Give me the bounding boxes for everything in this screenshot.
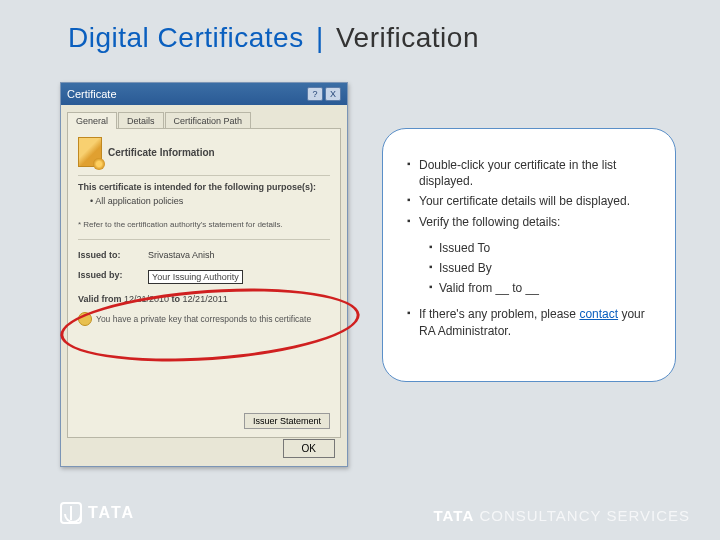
footer-right-light: CONSULTANCY bbox=[474, 507, 606, 524]
purpose-item: • All application policies bbox=[90, 196, 330, 206]
footer-left-text: TATA bbox=[88, 504, 135, 522]
title-rest: Verification bbox=[336, 22, 479, 53]
issued-by-row: Issued by: Your Issuing Authority bbox=[78, 270, 330, 284]
title-separator: | bbox=[316, 22, 324, 53]
contact-link[interactable]: contact bbox=[579, 307, 618, 321]
instruction-subitem: Issued By bbox=[429, 260, 655, 276]
instruction-subitem: Issued To bbox=[429, 240, 655, 256]
instruction-item: Verify the following details: bbox=[407, 214, 655, 230]
dialog-title: Certificate bbox=[67, 88, 117, 100]
certificate-dialog: Certificate ? X General Details Certific… bbox=[60, 82, 348, 467]
valid-label: Valid from bbox=[78, 294, 122, 304]
issued-to-label: Issued to: bbox=[78, 250, 142, 260]
footer-right-bold: TATA bbox=[434, 507, 475, 524]
cert-header: Certificate Information bbox=[78, 137, 330, 167]
valid-to-word: to bbox=[172, 294, 181, 304]
private-key-row: You have a private key that corresponds … bbox=[78, 312, 330, 326]
instruction-item: If there's any problem, please contact y… bbox=[407, 306, 655, 338]
purpose-heading: This certificate is intended for the fol… bbox=[78, 182, 330, 192]
issued-by-label: Issued by: bbox=[78, 270, 142, 284]
refer-note: * Refer to the certification authority's… bbox=[78, 220, 330, 229]
issuer-statement-button[interactable]: Issuer Statement bbox=[244, 413, 330, 429]
key-icon bbox=[78, 312, 92, 326]
slide-title: Digital Certificates | Verification bbox=[68, 22, 479, 54]
tata-mark-icon bbox=[60, 502, 82, 524]
footer-logo-right: TATA CONSULTANCY SERVICES bbox=[434, 507, 690, 524]
tab-details[interactable]: Details bbox=[118, 112, 164, 129]
certificate-icon bbox=[78, 137, 102, 167]
issued-to-value: Srivastava Anish bbox=[148, 250, 215, 260]
instruction-item: Double-click your certificate in the lis… bbox=[407, 157, 655, 189]
issued-by-value: Your Issuing Authority bbox=[148, 270, 243, 284]
valid-to: 12/21/2011 bbox=[183, 294, 228, 304]
instruction-callout: Double-click your certificate in the lis… bbox=[382, 128, 676, 382]
dialog-titlebar: Certificate ? X bbox=[61, 83, 347, 105]
divider bbox=[78, 175, 330, 176]
valid-from: 12/21/2010 bbox=[124, 294, 169, 304]
tab-general[interactable]: General bbox=[67, 112, 117, 129]
private-key-note: You have a private key that corresponds … bbox=[96, 314, 311, 324]
ok-button[interactable]: OK bbox=[283, 439, 335, 458]
instruction-item: Your certificate details will be display… bbox=[407, 193, 655, 209]
help-button[interactable]: ? bbox=[307, 87, 323, 101]
instruction-sublist: Issued To Issued By Valid from __ to __ bbox=[429, 240, 655, 297]
valid-row: Valid from 12/21/2010 to 12/21/2011 bbox=[78, 294, 330, 304]
footer-logo-left: TATA bbox=[60, 502, 135, 524]
footer-right-light2: SERVICES bbox=[606, 507, 690, 524]
tabs: General Details Certification Path bbox=[67, 111, 341, 128]
issued-to-row: Issued to: Srivastava Anish bbox=[78, 250, 330, 260]
title-blue: Digital Certificates bbox=[68, 22, 304, 53]
instruction-subitem: Valid from __ to __ bbox=[429, 280, 655, 296]
tab-panel-general: Certificate Information This certificate… bbox=[67, 128, 341, 438]
cert-info-title: Certificate Information bbox=[108, 147, 215, 158]
tab-certification-path[interactable]: Certification Path bbox=[165, 112, 252, 129]
divider bbox=[78, 239, 330, 240]
titlebar-buttons: ? X bbox=[307, 87, 341, 101]
text: If there's any problem, please bbox=[419, 307, 579, 321]
dialog-body: General Details Certification Path Certi… bbox=[61, 105, 347, 444]
close-button[interactable]: X bbox=[325, 87, 341, 101]
instruction-list: Double-click your certificate in the lis… bbox=[407, 157, 655, 230]
instruction-list-2: If there's any problem, please contact y… bbox=[407, 306, 655, 338]
